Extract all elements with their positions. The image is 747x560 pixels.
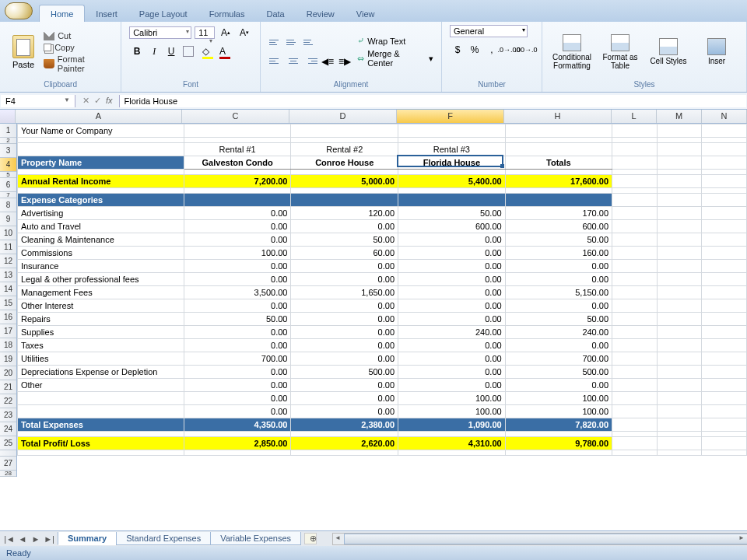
cell[interactable] xyxy=(657,207,702,220)
cell[interactable] xyxy=(612,392,658,405)
row-header-10[interactable]: 10 xyxy=(0,226,16,240)
cell[interactable] xyxy=(657,194,702,207)
cell[interactable] xyxy=(657,233,702,247)
insert-button[interactable]: Inser xyxy=(695,38,738,65)
cell[interactable] xyxy=(657,260,702,273)
cell[interactable]: 50.00 xyxy=(505,313,612,326)
enter-formula-icon[interactable]: ✓ xyxy=(94,96,101,106)
cell[interactable]: Repairs xyxy=(17,313,184,326)
cell[interactable]: 100.00 xyxy=(184,247,291,260)
cell[interactable]: Other xyxy=(17,379,184,392)
cell[interactable] xyxy=(702,124,747,138)
cell[interactable]: 0.00 xyxy=(505,299,612,313)
cell[interactable] xyxy=(702,175,747,188)
cell[interactable]: 700.00 xyxy=(505,352,612,366)
col-header-H[interactable]: H xyxy=(504,110,612,123)
cell[interactable]: 0.00 xyxy=(291,260,398,273)
cell[interactable]: Rental #3 xyxy=(398,143,506,156)
format-as-table-button[interactable]: Format as Table xyxy=(598,34,642,70)
cell-styles-button[interactable]: Cell Styles xyxy=(647,38,690,65)
row-header-2[interactable]: 2 xyxy=(0,138,16,144)
row-header-27[interactable]: 27 xyxy=(0,457,16,471)
cell[interactable] xyxy=(702,326,747,339)
cell[interactable]: 2,850.00 xyxy=(184,437,291,450)
row-header-19[interactable]: 19 xyxy=(0,352,16,366)
cell[interactable] xyxy=(657,437,702,450)
cell[interactable] xyxy=(505,170,612,175)
cell[interactable] xyxy=(612,188,658,194)
row-header-1[interactable]: 1 xyxy=(0,124,16,138)
cell[interactable] xyxy=(657,138,702,143)
cell[interactable]: Other Interest xyxy=(17,299,184,313)
row-header-18[interactable]: 18 xyxy=(0,338,16,352)
cell[interactable] xyxy=(505,188,612,194)
cell[interactable]: Totals xyxy=(505,156,612,170)
cell[interactable] xyxy=(612,194,658,207)
cell[interactable]: Utilities xyxy=(17,352,184,366)
cell[interactable]: 2,380.00 xyxy=(291,418,398,432)
cell[interactable]: 0.00 xyxy=(184,379,291,392)
cell[interactable] xyxy=(702,392,747,405)
cell[interactable]: 50.00 xyxy=(291,233,398,247)
cell[interactable] xyxy=(702,156,747,170)
cell[interactable]: 240.00 xyxy=(505,326,612,339)
cell[interactable] xyxy=(505,138,612,143)
conditional-formatting-button[interactable]: Conditional Formatting xyxy=(550,34,594,70)
cell[interactable]: 100.00 xyxy=(505,405,612,418)
wrap-text-button[interactable]: ⤶Wrap Text xyxy=(357,36,433,46)
grow-font-button[interactable]: A▴ xyxy=(218,25,233,40)
new-sheet-button[interactable]: ⊕ xyxy=(304,533,317,544)
cell[interactable] xyxy=(291,450,398,456)
cell[interactable] xyxy=(612,326,658,339)
row-header-23[interactable]: 23 xyxy=(0,408,16,422)
office-button[interactable] xyxy=(5,2,33,19)
tab-view[interactable]: View xyxy=(345,5,386,22)
row-header-28[interactable]: 28 xyxy=(0,471,16,477)
cell[interactable] xyxy=(612,352,658,366)
cell[interactable]: 0.00 xyxy=(398,352,506,366)
cell[interactable] xyxy=(657,352,702,366)
cell[interactable]: 7,200.00 xyxy=(184,175,291,188)
cell[interactable]: 0.00 xyxy=(291,379,398,392)
cell[interactable] xyxy=(612,124,658,138)
cell[interactable]: 4,310.00 xyxy=(398,437,506,450)
cell[interactable] xyxy=(17,392,184,405)
cell[interactable] xyxy=(612,156,658,170)
cell[interactable] xyxy=(702,405,747,418)
cell[interactable]: Rental #2 xyxy=(291,143,398,156)
cell[interactable]: 0.00 xyxy=(184,392,291,405)
cell[interactable] xyxy=(17,405,184,418)
tab-formulas[interactable]: Formulas xyxy=(198,5,256,22)
cell[interactable]: 0.00 xyxy=(291,220,398,233)
col-header-A[interactable]: A xyxy=(16,110,182,123)
cell[interactable] xyxy=(184,138,291,143)
formula-input[interactable]: Florida House xyxy=(119,95,746,107)
cell[interactable]: 0.00 xyxy=(505,260,612,273)
cell[interactable]: 17,600.00 xyxy=(505,175,612,188)
tab-home[interactable]: Home xyxy=(39,5,85,22)
currency-button[interactable]: $ xyxy=(450,42,465,58)
cell[interactable]: Depreciations Expense or Depletion xyxy=(17,366,184,379)
scroll-thumb[interactable] xyxy=(344,534,747,544)
cell[interactable] xyxy=(291,170,398,175)
sheet-tab-summary[interactable]: Summary xyxy=(58,532,117,545)
increase-indent-button[interactable]: ≡▶ xyxy=(337,54,352,69)
cell[interactable] xyxy=(612,339,658,352)
cell[interactable]: 700.00 xyxy=(184,352,291,366)
cell[interactable] xyxy=(291,124,398,138)
copy-button[interactable]: Copy xyxy=(44,43,113,52)
cell[interactable] xyxy=(398,170,506,175)
cell[interactable]: 0.00 xyxy=(184,273,291,286)
cell[interactable] xyxy=(612,379,658,392)
cell[interactable] xyxy=(657,432,702,437)
cell[interactable]: 0.00 xyxy=(291,339,398,352)
cell[interactable]: 0.00 xyxy=(398,233,506,247)
col-header-D[interactable]: D xyxy=(289,110,397,123)
cell[interactable] xyxy=(657,339,702,352)
col-header-N[interactable]: N xyxy=(702,110,747,123)
row-header-21[interactable]: 21 xyxy=(0,380,16,394)
tab-review[interactable]: Review xyxy=(296,5,345,22)
col-header-M[interactable]: M xyxy=(657,110,702,123)
cell[interactable] xyxy=(657,124,702,138)
cell[interactable]: 0.00 xyxy=(184,405,291,418)
